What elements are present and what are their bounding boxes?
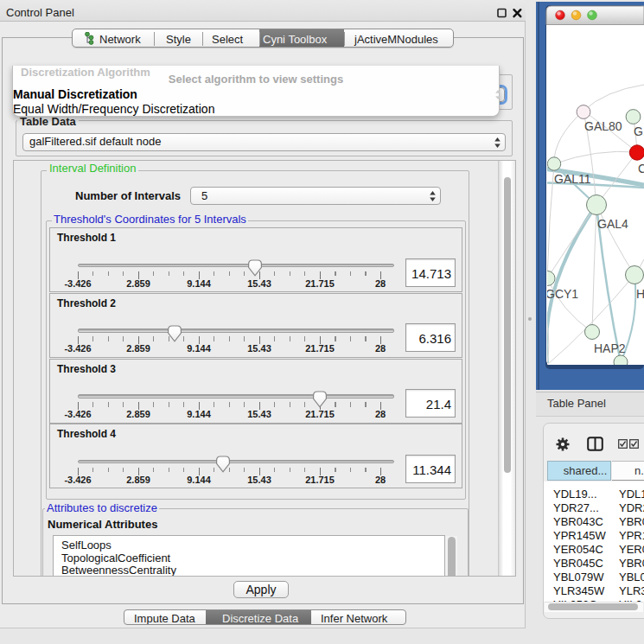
svg-text:GAL80: GAL80 (584, 119, 622, 133)
svg-text:GAL4: GAL4 (597, 217, 628, 231)
svg-text:GAL11: GAL11 (554, 172, 591, 186)
svg-text:H: H (636, 287, 644, 301)
svg-text:GCY1: GCY1 (545, 287, 578, 301)
svg-text:G.: G. (634, 124, 644, 138)
svg-text:C: C (638, 162, 644, 175)
svg-text:HAP2: HAP2 (594, 341, 626, 355)
